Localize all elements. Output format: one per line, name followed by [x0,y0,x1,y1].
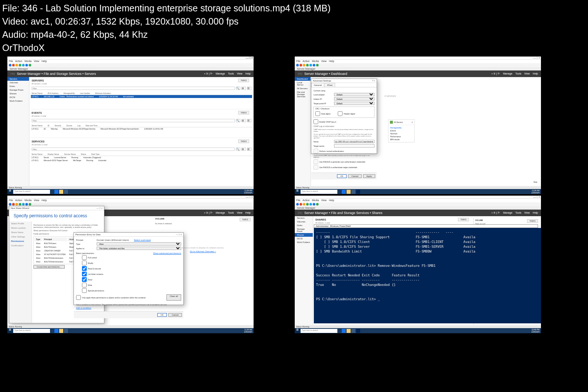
apply-button[interactable]: Apply [363,174,375,178]
service-row[interactable]: LIT-DC1Microsoft iSCSI Target ServerWinT… [31,159,252,162]
perm-check[interactable] [82,261,87,265]
edge-icon [54,190,58,194]
tile-allservers[interactable]: All Servers1 Manageability Events Servic… [388,119,415,142]
ps-taskbar-icon [356,190,360,194]
add-condition-link[interactable]: Add a condition [76,307,181,309]
service-row[interactable]: LIT-DC1ServerLanmanServerRunningAutomati… [31,156,252,159]
thumbnail-grid: — □ × FileActionMediaViewHelp Server Man… [0,56,588,335]
header-digest-check[interactable] [338,111,343,116]
perm-check[interactable] [82,272,87,276]
sidebar-item-volumes: Volumes [7,81,29,84]
video-line: Video: avc1, 00:26:37, 1532 Kbps, 1920x1… [2,15,586,28]
server-icon [390,121,393,124]
perm-row[interactable]: AllowCREATOR OWNERFull Con [35,249,79,252]
mutual-check[interactable] [313,149,318,153]
thumbnail-1: — □ × FileActionMediaViewHelp Server Man… [7,57,254,194]
ok-button[interactable]: OK [157,313,167,317]
target-secret-input[interactable] [334,144,374,148]
data-digest-check[interactable] [315,111,320,116]
wizard-heading: Specify permissions to control access [9,210,104,221]
file-info-header: File: 346 - Lab Solution Implementing en… [0,0,588,56]
perm-row[interactable]: AllowBUILTIN\UsersRead & ex [35,246,79,248]
sm-header: ⟨⟲⟩ Server Manager • File and Storage Se… [7,70,254,77]
vm-titlebar: — □ × [7,57,254,59]
vm-menubar[interactable]: FileActionMediaViewHelp [7,59,254,63]
sidebar-item-shares: Shares [7,92,29,95]
vm-toolbar[interactable] [295,63,541,67]
select-principal-link[interactable]: Select a principal [134,239,151,241]
sidebar-item-dashboard: Dashboard [295,77,311,81]
target-portal-select[interactable]: Default [334,102,374,105]
radius-gen-check[interactable] [313,159,318,164]
breadcrumb[interactable]: Server Manager • File and Storage Servic… [304,211,382,215]
events-title: EVENTS [31,111,252,115]
event-row[interactable]: LIT-DC132WarningMicrosoft-Windows-iSCSIT… [31,127,252,130]
back-icon[interactable]: ⟨⟲⟩ [10,72,15,76]
vm-toolbar[interactable] [7,63,254,67]
tag-line: OrThodoX [2,41,586,54]
tab-ipsec[interactable]: IPsec [325,83,335,87]
sidebar-item-local: Local Server [295,81,311,87]
perm-row[interactable]: AllowBUILTIN\UsersSpecial [35,242,79,245]
clock: 11:34 AM1/25/2024 [244,189,252,194]
only-apply-check[interactable] [76,295,81,300]
sidebar-item-pools: Storage Pools [7,88,29,92]
perm-row[interactable]: AllowNT AUTHORITY\SYSTEMFull Con [35,253,79,256]
perm-check[interactable] [82,255,87,260]
perm-check[interactable] [82,266,87,271]
taskbar[interactable]: ⊞Type here to search 12:40 PM1/25/2024 [295,328,541,333]
sm-content: SERVERS TASKS All servers | 1 total 🔍⊞☰ … [29,77,254,187]
thumbnail-3: — □ × FileActionMediaViewHelp Server Man… [7,196,254,333]
powershell-terminal[interactable]: ------- ------------ ---- [ ] SMB 1.0/CI… [314,228,541,323]
explorer-icon [59,190,63,194]
sidebar-item-iscsi: iSCSI [7,95,29,99]
sm-menu[interactable]: • ③ | 🏳ManageToolsViewHelp [204,72,251,75]
hide-link[interactable]: Hide [534,181,537,183]
taskbar[interactable]: ⊞Type here to search 11:34 AM1/25/2024 [295,189,541,194]
perm-check[interactable] [82,288,87,293]
breadcrumb[interactable]: Server Manager • Dashboard [304,72,347,76]
clear-all-button[interactable]: Clear all [166,294,181,301]
local-adapter-select[interactable]: Default [334,93,374,96]
storage-sidebar[interactable]: Servers Volumes Disks Storage Pools Shar… [295,216,313,326]
chap-name-input[interactable] [334,140,374,143]
perm-row[interactable]: AllowBUILTIN\AdministratorsFull Con [35,260,79,263]
wizard-steps[interactable]: Select ProfileShare LocationShare NameOt… [9,221,32,323]
taskbar[interactable]: ⊞ Type here to search 11:34 AM1/25/2024 [7,189,254,194]
radius-auth-check[interactable] [313,165,318,170]
dialog-title: Advanced Settings [313,80,331,82]
close-icon[interactable]: ? × [372,80,375,82]
file-line: File: 346 - Lab Solution Implementing en… [2,1,586,15]
volumes-overview-link[interactable]: Go to Volumes Overview > [155,250,251,253]
ok-button[interactable]: OK [337,174,347,178]
servers-title: SERVERS [31,79,252,83]
sidebar-item-servers: Servers [7,77,29,81]
search-icon: 🔍 [236,87,240,90]
perm-check[interactable] [82,277,87,282]
vm-menubar[interactable]: FileActionMediaViewHelp [295,59,541,63]
storage-sidebar[interactable]: Servers Volumes Disks Storage Pools Shar… [7,77,29,187]
sidebar-item-disks: Disks [7,84,29,88]
sidebar-item-workfolders: Work Folders [7,99,29,103]
tasks-dropdown[interactable]: TASKS [238,79,249,82]
perm-check[interactable] [82,283,87,287]
vm-status: Status: Running [7,186,254,189]
cancel-button[interactable]: Cancel [168,313,182,317]
tab-general[interactable]: General [311,83,324,87]
perm-row[interactable]: AllowBUILTIN\AdministratorsFull Con [35,257,79,259]
audio-line: Audio: mp4a-40-2, 62 Kbps, 44 Khz [2,28,586,41]
taskbar[interactable]: ⊞Type here to search 11:34 AM1/25/2024 [7,328,254,333]
initiator-ip-select[interactable]: Default [334,97,374,101]
breadcrumb[interactable]: Server Manager • File and Storage Servic… [17,72,96,76]
sm-window-title: Server Manager— □ × [7,67,254,70]
dash-sidebar[interactable]: Dashboard Local Server All Servers File … [295,77,311,187]
sm-header: ⟨⟲⟩ Server Manager • File and Storage Se… [295,210,541,216]
chap-enable-check[interactable] [313,119,318,124]
close-icon[interactable]: — □ × [97,207,103,209]
customize-button[interactable]: Customize permissions... [33,265,65,269]
cancel-button[interactable]: Cancel [348,174,362,178]
server-row[interactable]: LIT-DC1192.168.1.22Online - Performance … [31,95,252,98]
taskbar-search: Type here to search [13,190,50,194]
filter-bar[interactable]: 🔍⊞☰ [31,86,252,91]
dialog-title: Permission Entry for Data [75,233,100,236]
